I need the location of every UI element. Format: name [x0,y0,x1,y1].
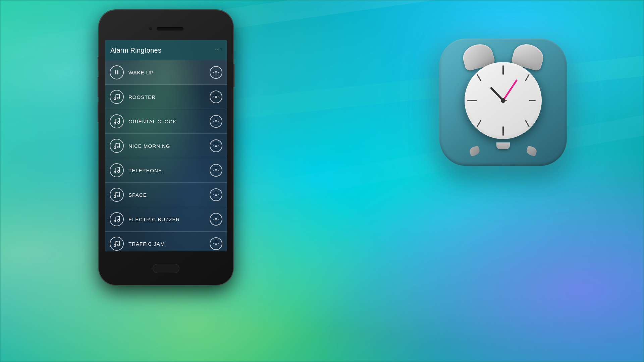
clock-icon-background [439,39,567,166]
power-button [233,64,234,87]
svg-point-11 [215,145,217,147]
svg-point-3 [114,98,116,100]
svg-point-16 [118,195,120,197]
volume-up-button [98,77,99,97]
svg-point-13 [118,171,120,173]
mute-button [98,57,99,70]
svg-rect-1 [117,70,118,74]
svg-point-15 [114,196,116,198]
svg-point-19 [118,220,120,222]
play-button-electric-buzzer[interactable] [110,212,124,226]
svg-point-2 [215,72,217,73]
svg-point-14 [215,170,217,171]
svg-point-22 [118,244,120,246]
ringtone-name-wake-up: WAKE UP [128,70,210,75]
svg-point-5 [215,96,217,98]
ringtone-item-oriental-clock[interactable]: ORIENTAL CLOCK [105,109,227,134]
camera-icon [149,27,153,31]
ringtone-item-electric-buzzer[interactable]: ELECTRIC BUZZER [105,207,227,232]
play-button-rooster[interactable] [110,90,124,104]
svg-point-20 [215,219,217,220]
ringtone-name-oriental-clock: ORIENTAL CLOCK [128,119,210,124]
svg-point-17 [215,194,217,196]
svg-point-6 [114,122,116,124]
svg-point-18 [114,220,116,222]
phone: Alarm Ringtones ⋮ WAKE UP [99,10,233,285]
settings-button-oriental-clock[interactable] [210,115,222,128]
play-button-space[interactable] [110,188,124,202]
volume-down-button [98,102,99,122]
ringtone-name-nice-morning: NICE MORNING [128,143,210,149]
svg-point-8 [215,121,217,122]
play-button-traffic-jam[interactable] [110,237,124,251]
svg-point-10 [118,146,120,148]
svg-point-9 [114,147,116,149]
ringtone-name-rooster: ROOSTER [128,94,210,100]
ringtone-item-wake-up[interactable]: WAKE UP [105,60,227,85]
play-button-nice-morning[interactable] [110,139,124,153]
settings-button-telephone[interactable] [210,164,222,177]
ringtone-item-space[interactable]: SPACE [105,183,227,207]
settings-button-electric-buzzer[interactable] [210,213,222,226]
ringtone-item-nice-morning[interactable]: NICE MORNING [105,134,227,158]
phone-top-bar [149,27,183,31]
home-button[interactable] [153,264,179,273]
clock-face [465,62,542,139]
settings-button-traffic-jam[interactable] [210,237,222,250]
ringtone-item-rooster[interactable]: ROOSTER [105,85,227,109]
svg-point-21 [114,245,116,247]
ringtone-name-space: SPACE [128,192,210,198]
svg-point-23 [215,243,217,245]
svg-line-34 [503,80,517,101]
settings-button-wake-up[interactable] [210,66,222,79]
clock-foot-right [526,145,538,157]
ringtone-item-telephone[interactable]: TELEPHONE [105,158,227,183]
ringtone-name-telephone: TELEPHONE [128,168,210,173]
phone-body: Alarm Ringtones ⋮ WAKE UP [99,10,233,285]
app-title: Alarm Ringtones [110,47,161,54]
ringtone-list: WAKE UP [105,60,227,251]
settings-button-rooster[interactable] [210,90,222,103]
play-button-oriental-clock[interactable] [110,114,124,128]
phone-screen: Alarm Ringtones ⋮ WAKE UP [105,40,227,251]
clock-foot-left [469,145,481,157]
svg-line-28 [526,121,529,126]
settings-button-nice-morning[interactable] [210,139,222,152]
clock-app-icon[interactable] [439,39,567,166]
svg-line-26 [526,75,529,80]
svg-line-32 [477,75,481,80]
ringtone-name-traffic-jam: TRAFFIC JAM [128,241,210,247]
svg-line-30 [477,121,481,126]
play-button-telephone[interactable] [110,163,124,177]
ringtone-item-traffic-jam[interactable]: TRAFFIC JAM [105,232,227,251]
svg-rect-0 [115,70,116,74]
pause-button[interactable] [110,65,124,79]
svg-point-12 [114,171,116,173]
svg-line-33 [491,88,503,101]
svg-point-4 [118,97,120,99]
svg-point-35 [501,98,505,103]
svg-point-7 [118,122,120,124]
app-header: Alarm Ringtones ⋮ [105,40,227,60]
clock-bottom [496,142,510,149]
ringtone-name-electric-buzzer: ELECTRIC BUZZER [128,217,210,222]
overflow-menu-button[interactable]: ⋮ [214,47,222,54]
speaker-grille [157,27,183,31]
settings-button-space[interactable] [210,188,222,201]
